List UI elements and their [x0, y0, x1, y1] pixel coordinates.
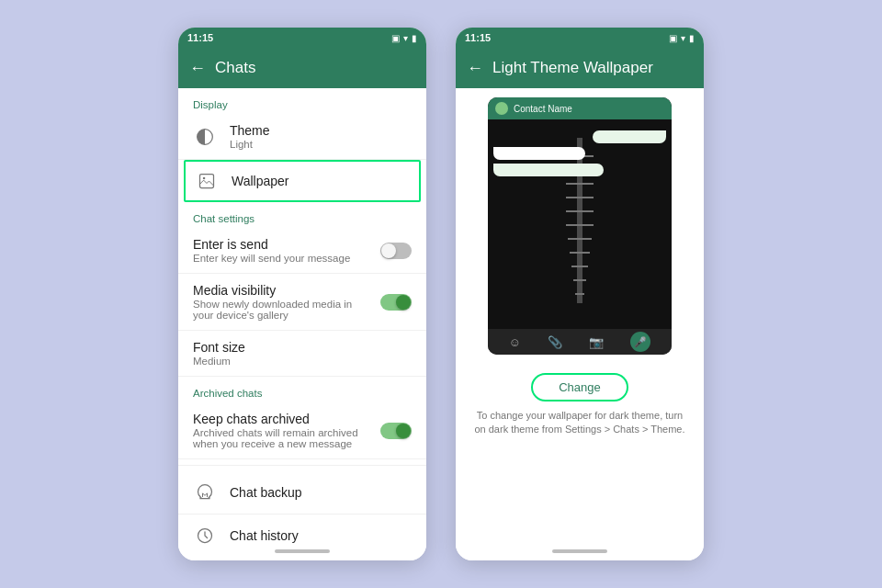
wifi-icon-right: ▾ — [681, 33, 685, 43]
status-bar-left: 11:15 ▣ ▾ ▮ — [178, 28, 426, 48]
status-time-right: 11:15 — [465, 32, 491, 43]
back-button-right[interactable]: ← — [467, 59, 483, 78]
setting-item-keep-archived[interactable]: Keep chats archived Archived chats will … — [178, 402, 426, 459]
signal-icon: ▣ — [391, 33, 400, 43]
font-size-text: Font size Medium — [193, 340, 412, 367]
theme-text: Theme Light — [230, 123, 412, 150]
setting-item-chat-history[interactable]: Chat history — [178, 514, 426, 544]
settings-content: Display Theme Light — [178, 88, 426, 544]
battery-icon-right: ▮ — [689, 33, 695, 43]
page-title-left: Chats — [215, 59, 415, 77]
wallpaper-title: Wallpaper — [232, 174, 410, 188]
change-button-container: Change — [531, 373, 628, 401]
wp-bubble-received2 — [493, 164, 604, 176]
chat-history-text: Chat history — [230, 528, 412, 543]
keep-archived-toggle[interactable] — [380, 423, 412, 439]
enter-send-text: Enter is send Enter key will send your m… — [193, 237, 368, 264]
chat-backup-title: Chat backup — [230, 485, 412, 500]
svg-point-2 — [203, 177, 206, 180]
status-icons-right: ▣ ▾ ▮ — [669, 33, 695, 43]
theme-icon — [193, 125, 217, 149]
chat-history-icon — [193, 524, 217, 544]
wallpaper-preview: Contact Name — [488, 97, 672, 355]
mic-button[interactable]: 🎤 — [630, 332, 650, 352]
wallpaper-icon — [195, 169, 219, 193]
back-button-left[interactable]: ← — [189, 59, 206, 78]
keep-archived-title: Keep chats archived — [193, 412, 368, 426]
section-label-display: Display — [178, 88, 426, 114]
signal-icon-right: ▣ — [669, 33, 677, 43]
wallpaper-note: To change your wallpaper for dark theme,… — [456, 409, 704, 437]
wp-body — [488, 119, 672, 329]
section-label-chat-settings: Chat settings — [178, 202, 426, 228]
wp-input-bar: ☺ 📎 📷 🎤 — [488, 329, 672, 355]
status-time-left: 11:15 — [187, 32, 213, 43]
media-visibility-toggle[interactable] — [380, 294, 412, 311]
left-phone: 11:15 ▣ ▾ ▮ ← Chats Display Theme Light — [178, 28, 426, 560]
section-label-archived: Archived chats — [178, 377, 426, 402]
home-indicator-left — [275, 549, 330, 553]
enter-send-title: Enter is send — [193, 237, 368, 252]
bottom-bar-right — [456, 544, 704, 560]
chat-history-title: Chat history — [230, 528, 412, 543]
wp-header: Contact Name — [488, 97, 672, 119]
status-bar-right: 11:15 ▣ ▾ ▮ — [456, 28, 704, 48]
wp-avatar — [495, 102, 508, 115]
font-size-subtitle: Medium — [193, 356, 412, 367]
font-size-title: Font size — [193, 340, 412, 355]
app-bar-right: ← Light Theme Wallpaper — [456, 48, 704, 88]
enter-send-toggle[interactable] — [380, 243, 412, 259]
theme-title: Theme — [230, 123, 412, 138]
app-bar-left: ← Chats — [178, 48, 426, 88]
wifi-icon: ▾ — [403, 33, 408, 43]
setting-item-theme[interactable]: Theme Light — [178, 114, 426, 160]
setting-item-media-visibility[interactable]: Media visibility Show newly downloaded m… — [178, 274, 426, 331]
setting-item-enter-send[interactable]: Enter is send Enter key will send your m… — [178, 228, 426, 274]
setting-item-font-size[interactable]: Font size Medium — [178, 331, 426, 377]
bottom-bar-left — [178, 544, 426, 560]
chat-backup-icon — [193, 481, 217, 504]
home-indicator-right — [552, 549, 607, 553]
status-icons-left: ▣ ▾ ▮ — [391, 33, 417, 43]
page-title-right: Light Theme Wallpaper — [492, 59, 693, 77]
setting-item-wallpaper[interactable]: Wallpaper — [184, 160, 421, 202]
media-visibility-text: Media visibility Show newly downloaded m… — [193, 283, 368, 321]
wallpaper-content: Contact Name — [456, 88, 704, 544]
divider-1 — [178, 465, 426, 466]
wp-bubble-received — [493, 147, 585, 160]
wp-contact-name: Contact Name — [514, 104, 572, 114]
keep-archived-subtitle: Archived chats will remain archived when… — [193, 427, 368, 449]
svg-rect-1 — [200, 175, 214, 188]
keep-archived-text: Keep chats archived Archived chats will … — [193, 412, 368, 449]
wp-bubble-sent — [593, 130, 666, 143]
chat-backup-text: Chat backup — [230, 485, 412, 500]
enter-send-subtitle: Enter key will send your message — [193, 253, 368, 264]
emoji-icon: ☺ — [509, 335, 521, 349]
media-visibility-title: Media visibility — [193, 283, 368, 298]
wallpaper-text: Wallpaper — [232, 174, 410, 188]
change-button[interactable]: Change — [531, 373, 628, 401]
media-visibility-subtitle: Show newly downloaded media in your devi… — [193, 299, 368, 321]
theme-subtitle: Light — [230, 139, 412, 150]
attach-icon: 📎 — [548, 335, 562, 349]
camera-icon: 📷 — [589, 335, 604, 349]
setting-item-chat-backup[interactable]: Chat backup — [178, 471, 426, 514]
battery-icon: ▮ — [412, 33, 417, 43]
right-phone: 11:15 ▣ ▾ ▮ ← Light Theme Wallpaper Cont… — [456, 28, 704, 560]
